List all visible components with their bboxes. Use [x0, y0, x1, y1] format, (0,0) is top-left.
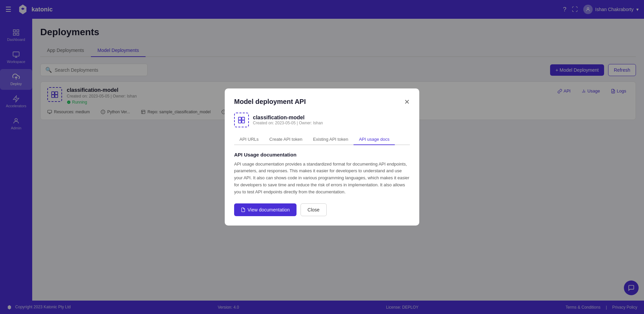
doc-icon	[241, 207, 246, 212]
modal-model-name: classification-model	[253, 115, 323, 121]
modal-title: Model deployment API	[234, 98, 306, 106]
modal-content: API Usage documentation API usage docume…	[234, 152, 410, 196]
view-documentation-button[interactable]: View documentation	[234, 203, 297, 216]
modal-model-info: classification-model Created on: 2023-05…	[234, 113, 410, 127]
modal-model-text: classification-model Created on: 2023-05…	[253, 115, 323, 125]
modal-description: API usage documentation provides a stand…	[234, 161, 410, 196]
modal: Model deployment API ✕ classification-mo…	[225, 88, 419, 226]
view-docs-label: View documentation	[248, 207, 290, 212]
modal-model-meta: Created on: 2023-05-05 | Owner: Ishan	[253, 121, 323, 125]
tab-api-urls[interactable]: API URLs	[234, 134, 264, 145]
modal-tabs: API URLs Create API token Existing API t…	[234, 134, 410, 145]
modal-section-title: API Usage documentation	[234, 152, 410, 158]
modal-model-icon	[234, 113, 249, 127]
modal-header: Model deployment API ✕	[234, 98, 410, 106]
modal-footer: View documentation Close	[234, 203, 410, 216]
close-button[interactable]: Close	[301, 203, 327, 216]
tab-api-usage-docs[interactable]: API usage docs	[354, 134, 395, 145]
svg-rect-35	[238, 120, 241, 123]
modal-overlay[interactable]: Model deployment API ✕ classification-mo…	[0, 0, 644, 314]
modal-close-button[interactable]: ✕	[404, 98, 410, 106]
svg-rect-36	[242, 120, 245, 123]
svg-rect-34	[242, 117, 245, 120]
tab-existing-api-token[interactable]: Existing API token	[308, 134, 354, 145]
svg-rect-33	[238, 117, 241, 120]
tab-create-api-token[interactable]: Create API token	[264, 134, 308, 145]
